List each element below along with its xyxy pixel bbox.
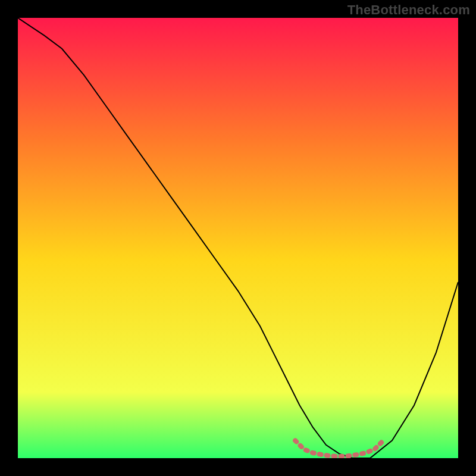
- chart-frame: TheBottleneck.com: [0, 0, 476, 476]
- gradient-background: [18, 18, 458, 458]
- attribution-label: TheBottleneck.com: [347, 2, 470, 18]
- bottleneck-chart: [18, 18, 458, 458]
- plot-area: [18, 18, 458, 458]
